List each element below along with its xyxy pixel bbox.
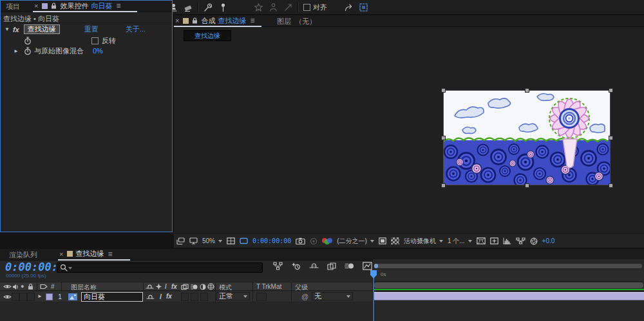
blend-expand-icon[interactable]: ► — [14, 48, 19, 54]
3d-layer-column-icon[interactable] — [207, 283, 214, 290]
tab-effect-controls[interactable]: × 效果控件 向日葵 ≡ — [34, 1, 120, 11]
motion-blur-toggle-icon[interactable] — [345, 262, 354, 270]
channel-icon[interactable] — [322, 237, 332, 245]
exposure-value[interactable]: +0.0 — [542, 237, 555, 244]
layer-switch-cell[interactable] — [191, 293, 198, 301]
region-of-interest-icon[interactable] — [240, 237, 248, 244]
snapshot-camera-icon[interactable] — [296, 237, 305, 244]
active-camera-dropdown[interactable]: 活动摄像机 — [404, 237, 443, 246]
shy-toggle-icon[interactable] — [309, 262, 319, 270]
time-ruler[interactable]: 0s — [373, 270, 644, 282]
tab-render-queue[interactable]: 渲染队列 — [9, 250, 37, 260]
draft-3d-icon[interactable] — [490, 237, 498, 244]
layer-switch-cell[interactable] — [181, 293, 189, 301]
flowchart-icon[interactable] — [516, 237, 526, 244]
motion-blur-column-icon[interactable] — [191, 284, 198, 290]
eraser-tool-icon[interactable] — [181, 0, 196, 14]
selection-handle[interactable] — [441, 88, 446, 93]
tab-timeline-comp[interactable]: × 查找边缘 ≡ — [59, 249, 112, 259]
selection-handle[interactable] — [609, 88, 613, 93]
tab-layer[interactable]: 图层 （无） — [277, 17, 316, 26]
collapse-column-icon[interactable] — [155, 283, 162, 290]
trkmat-column[interactable]: T TrkMat — [256, 283, 281, 290]
layer-solo-cell[interactable] — [19, 293, 27, 301]
draft-3d-toggle-icon[interactable] — [291, 262, 301, 270]
perspective-view-icon[interactable] — [477, 237, 486, 244]
effect-reset-link[interactable]: 重置 — [84, 24, 99, 34]
snap-toggle[interactable]: 对齐 — [303, 3, 327, 12]
lock-icon[interactable] — [191, 17, 198, 24]
shy-column-icon[interactable] — [146, 284, 154, 290]
roto-brush-tool-icon[interactable] — [201, 0, 216, 14]
selection-handle[interactable] — [441, 183, 446, 188]
tab-close-icon[interactable]: × — [34, 2, 38, 10]
layer-lock-cell[interactable] — [27, 293, 35, 301]
solo-column-icon[interactable]: ● — [21, 283, 24, 289]
view-layout-dropdown[interactable]: 1 个... — [448, 237, 472, 246]
selection-handle[interactable] — [609, 136, 613, 140]
frame-blend-column-icon[interactable] — [181, 284, 189, 290]
graph-editor-icon[interactable] — [363, 262, 372, 270]
layer-fx-icon[interactable]: fx — [166, 293, 172, 300]
primary-viewer-icon[interactable] — [189, 237, 198, 244]
timeline-horizontal-scrollbar[interactable] — [374, 282, 643, 288]
always-preview-icon[interactable] — [176, 237, 185, 244]
panel-menu-icon[interactable]: ≡ — [250, 16, 254, 25]
frame-blending-toggle-icon[interactable] — [327, 262, 336, 270]
effect-expand-icon[interactable]: ▼ — [5, 26, 10, 32]
effect-name-selected[interactable]: 查找边缘 — [24, 24, 60, 34]
selection-handle[interactable] — [609, 183, 613, 188]
effect-about-link[interactable]: 关于... — [126, 24, 146, 34]
layer-row[interactable]: ► 1 向日葵 / fx 正常 @ 无 — [0, 291, 372, 302]
stopwatch-icon[interactable] — [24, 47, 32, 55]
comp-navigator-item[interactable]: 查找边缘 — [184, 30, 231, 41]
fx-badge-icon[interactable]: fx — [13, 26, 19, 33]
fx-column-icon[interactable]: fx — [171, 283, 177, 290]
selection-handle[interactable] — [525, 88, 529, 93]
transparency-grid-icon[interactable] — [391, 237, 399, 244]
mini-flowchart-icon[interactable] — [273, 262, 283, 270]
layer-name-input[interactable]: 向日葵 — [81, 292, 143, 302]
mode-column[interactable]: 模式 — [219, 283, 232, 292]
search-options-icon[interactable] — [68, 267, 72, 271]
layer-visibility-icon[interactable] — [3, 294, 12, 300]
time-navigator-handle[interactable] — [374, 264, 378, 268]
puppet-pin-tool-icon[interactable] — [216, 0, 231, 14]
label-column-icon[interactable] — [40, 284, 48, 289]
magnification-dropdown[interactable]: 50% — [202, 237, 222, 244]
tab-close-icon[interactable]: × — [175, 17, 179, 24]
layer-trkmat-cell[interactable] — [256, 293, 267, 301]
layer-shy-icon[interactable] — [146, 294, 155, 300]
playhead-line[interactable] — [373, 277, 374, 321]
layer-label-color[interactable] — [46, 293, 53, 300]
layer-switch-cell[interactable] — [200, 293, 208, 301]
composition-image[interactable] — [443, 90, 611, 185]
stopwatch-icon[interactable] — [24, 37, 32, 45]
layer-parent-dropdown[interactable]: 无 — [312, 292, 353, 300]
panel-menu-icon[interactable]: ≡ — [108, 250, 112, 259]
resolution-dropdown[interactable]: (二分之一) — [337, 237, 374, 246]
target-region-icon[interactable] — [379, 237, 386, 244]
exposure-icon[interactable] — [530, 237, 538, 245]
audio-column-icon[interactable] — [12, 284, 19, 290]
share-icon[interactable] — [341, 0, 356, 14]
grid-guides-icon[interactable] — [227, 237, 235, 244]
tab-project[interactable]: 项目 — [6, 2, 20, 12]
viewer-timecode[interactable]: 0:00:00:00 — [252, 237, 291, 244]
blend-value[interactable]: 0% — [93, 47, 103, 55]
selection-handle[interactable] — [441, 136, 446, 140]
invert-checkbox[interactable] — [91, 37, 99, 44]
time-navigator-bar[interactable] — [374, 264, 642, 268]
layer-quality-icon[interactable]: / — [160, 293, 162, 300]
pixel-aspect-icon[interactable] — [503, 237, 511, 244]
layer-mode-dropdown[interactable]: 正常 — [216, 292, 250, 300]
lock-column-icon[interactable] — [27, 283, 34, 290]
search-field[interactable] — [57, 262, 263, 273]
quality-column-icon[interactable]: / — [165, 283, 167, 290]
layer-expand-icon[interactable]: ► — [37, 293, 43, 299]
snap-checkbox[interactable] — [303, 4, 310, 11]
parent-column[interactable]: 父级 — [295, 283, 308, 292]
parent-pickwhip-icon[interactable]: @ — [301, 293, 308, 300]
panel-menu-icon[interactable]: ≡ — [116, 1, 120, 10]
layer-audio-cell[interactable] — [12, 293, 19, 301]
